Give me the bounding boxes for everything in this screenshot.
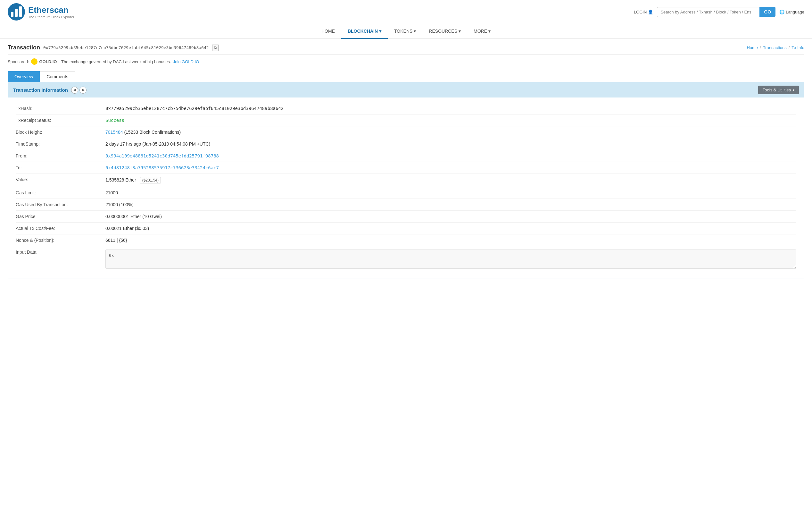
nav-tokens[interactable]: TOKENS ▾ bbox=[388, 24, 422, 39]
value-gas-price: 0.00000001 Ether (10 Gwei) bbox=[105, 214, 796, 219]
tx-panel-title: Transaction Information ◀ ▶ bbox=[13, 87, 87, 94]
tx-title: Transaction 0x779a5299cb35ebe1287c7cb75d… bbox=[8, 44, 219, 51]
label-to: To: bbox=[16, 165, 105, 170]
next-arrow[interactable]: ▶ bbox=[80, 87, 87, 94]
svg-rect-2 bbox=[15, 9, 18, 17]
value-to: 0x4d81248f3a795288575917c736623e33424c6a… bbox=[105, 165, 796, 170]
tx-row-txhash: TxHash: 0x779a5299cb35ebe1287c7cb75dbe76… bbox=[16, 102, 796, 115]
from-address-link[interactable]: 0x994a109e48861d5241c30d745efdd25791f987… bbox=[105, 153, 219, 159]
value-from: 0x994a109e48861d5241c30d745efdd25791f987… bbox=[105, 153, 796, 159]
tx-panel: Transaction Information ◀ ▶ Tools & Util… bbox=[8, 82, 804, 279]
label-status: TxReceipt Status: bbox=[16, 118, 105, 123]
value-ether: 1.535828 Ether ($231.54) bbox=[105, 177, 796, 183]
label-input-data: Input Data: bbox=[16, 250, 105, 255]
value-timestamp: 2 days 17 hrs ago (Jan-05-2019 04:54:08 … bbox=[105, 141, 796, 146]
header-right: LOGIN 👤 GO 🌐 Language bbox=[634, 7, 804, 17]
logo-tagline: The Ethereum Block Explorer bbox=[28, 15, 74, 19]
tx-row-value: Value: 1.535828 Ether ($231.54) bbox=[16, 174, 796, 187]
tab-overview[interactable]: Overview bbox=[8, 71, 40, 82]
label-gas-used: Gas Used By Transaction: bbox=[16, 202, 105, 207]
tabs: Overview Comments bbox=[8, 71, 804, 82]
tx-panel-header: Transaction Information ◀ ▶ Tools & Util… bbox=[8, 82, 804, 97]
breadcrumb-bar: Transaction 0x779a5299cb35ebe1287c7cb75d… bbox=[8, 39, 804, 54]
chevron-down-icon: ▾ bbox=[488, 29, 491, 34]
person-icon: 👤 bbox=[648, 10, 653, 14]
tx-row-gas-limit: Gas Limit: 21000 bbox=[16, 187, 796, 199]
tx-row-gas-used: Gas Used By Transaction: 21000 (100%) bbox=[16, 199, 796, 211]
sponsor-brand: GOLD.IO bbox=[39, 59, 57, 64]
label-tx-fee: Actual Tx Cost/Fee: bbox=[16, 226, 105, 231]
label-nonce: Nonce & {Position}: bbox=[16, 238, 105, 243]
page-content: Transaction 0x779a5299cb35ebe1287c7cb75d… bbox=[0, 39, 812, 279]
login-button[interactable]: LOGIN 👤 bbox=[634, 10, 653, 14]
sponsor-description: - The exchange governed by DAC.Last week… bbox=[59, 59, 171, 64]
breadcrumb: Home / Transactions / Tx Info bbox=[747, 45, 804, 50]
breadcrumb-separator: / bbox=[760, 45, 761, 50]
breadcrumb-home[interactable]: Home bbox=[747, 45, 758, 50]
label-block: Block Height: bbox=[16, 130, 105, 135]
value-nonce: 6611 | {56} bbox=[105, 238, 796, 243]
main-nav: HOME BLOCKCHAIN ▾ TOKENS ▾ RESOURCES ▾ M… bbox=[0, 24, 812, 39]
tx-row-tx-fee: Actual Tx Cost/Fee: 0.00021 Ether ($0.03… bbox=[16, 222, 796, 235]
tx-row-nonce: Nonce & {Position}: 6611 | {56} bbox=[16, 235, 796, 246]
gold-icon bbox=[31, 58, 38, 65]
search-bar: GO bbox=[657, 7, 775, 17]
label-from: From: bbox=[16, 153, 105, 159]
logo-name: Etherscan bbox=[28, 5, 74, 15]
value-block: 7015484 (15233 Block Confirmations) bbox=[105, 130, 796, 135]
tools-utilities-button[interactable]: Tools & Utilities ▾ bbox=[758, 86, 799, 94]
tx-row-block: Block Height: 7015484 (15233 Block Confi… bbox=[16, 126, 796, 138]
nav-arrows: ◀ ▶ bbox=[71, 87, 87, 94]
tab-comments[interactable]: Comments bbox=[40, 71, 75, 82]
sponsored-label: Sponsored: bbox=[8, 59, 29, 64]
input-data-container bbox=[105, 250, 796, 270]
tx-hash-display: 0x779a5299cb35ebe1287c7cb75dbe7629efabf6… bbox=[43, 45, 209, 50]
sponsor-link[interactable]: Join GOLD.IO bbox=[173, 59, 199, 64]
logo-area: Etherscan The Ethereum Block Explorer bbox=[8, 3, 74, 20]
tx-row-from: From: 0x994a109e48861d5241c30d745efdd257… bbox=[16, 150, 796, 162]
search-go-button[interactable]: GO bbox=[759, 7, 775, 17]
language-button[interactable]: 🌐 Language bbox=[779, 10, 804, 14]
tx-row-timestamp: TimeStamp: 2 days 17 hrs ago (Jan-05-201… bbox=[16, 138, 796, 150]
usd-badge: ($231.54) bbox=[140, 177, 161, 183]
tx-row-input-data: Input Data: bbox=[16, 246, 796, 273]
globe-icon: 🌐 bbox=[779, 10, 784, 14]
label-value: Value: bbox=[16, 177, 105, 182]
svg-rect-3 bbox=[19, 6, 22, 17]
label-gas-price: Gas Price: bbox=[16, 214, 105, 219]
label-txhash: TxHash: bbox=[16, 106, 105, 111]
value-gas-used: 21000 (100%) bbox=[105, 202, 796, 207]
search-input[interactable] bbox=[657, 7, 759, 17]
tx-row-status: TxReceipt Status: Success bbox=[16, 115, 796, 126]
logo-text: Etherscan The Ethereum Block Explorer bbox=[28, 5, 74, 19]
etherscan-logo-icon bbox=[8, 3, 25, 20]
value-gas-limit: 21000 bbox=[105, 190, 796, 195]
chevron-down-icon: ▾ bbox=[793, 88, 794, 92]
to-address-link[interactable]: 0x4d81248f3a795288575917c736623e33424c6a… bbox=[105, 165, 219, 170]
nav-home[interactable]: HOME bbox=[315, 24, 341, 39]
nav-more[interactable]: MORE ▾ bbox=[467, 24, 497, 39]
value-txhash: 0x779a5299cb35ebe1287c7cb75dbe7629efabf6… bbox=[105, 106, 796, 111]
chevron-down-icon: ▾ bbox=[414, 29, 416, 34]
value-status: Success bbox=[105, 118, 796, 123]
breadcrumb-current: Tx Info bbox=[792, 45, 804, 50]
svg-rect-1 bbox=[11, 12, 13, 17]
sponsored-bar: Sponsored: GOLD.IO - The exchange govern… bbox=[8, 54, 804, 69]
label-gas-limit: Gas Limit: bbox=[16, 190, 105, 195]
breadcrumb-separator-2: / bbox=[789, 45, 790, 50]
site-header: Etherscan The Ethereum Block Explorer LO… bbox=[0, 0, 812, 24]
page-title: Transaction bbox=[8, 44, 40, 51]
block-link[interactable]: 7015484 bbox=[105, 130, 123, 135]
breadcrumb-transactions[interactable]: Transactions bbox=[763, 45, 787, 50]
chevron-down-icon: ▾ bbox=[379, 29, 381, 34]
label-timestamp: TimeStamp: bbox=[16, 141, 105, 146]
nav-blockchain[interactable]: BLOCKCHAIN ▾ bbox=[341, 24, 388, 39]
nav-resources[interactable]: RESOURCES ▾ bbox=[422, 24, 467, 39]
tx-row-to: To: 0x4d81248f3a795288575917c736623e3342… bbox=[16, 162, 796, 174]
tx-info-body: TxHash: 0x779a5299cb35ebe1287c7cb75dbe76… bbox=[8, 97, 804, 278]
value-tx-fee: 0.00021 Ether ($0.03) bbox=[105, 226, 796, 231]
input-data-field[interactable] bbox=[105, 250, 796, 269]
prev-arrow[interactable]: ◀ bbox=[71, 87, 78, 94]
tx-row-gas-price: Gas Price: 0.00000001 Ether (10 Gwei) bbox=[16, 211, 796, 222]
copy-icon[interactable]: ⧉ bbox=[212, 45, 219, 51]
